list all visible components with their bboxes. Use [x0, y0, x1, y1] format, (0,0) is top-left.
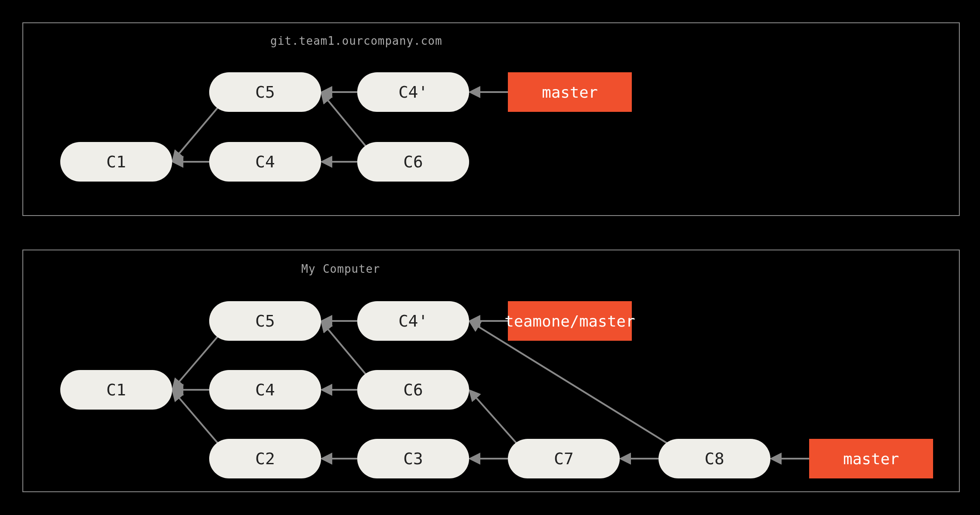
panel-title-remote: git.team1.ourcompany.com: [270, 34, 442, 47]
commit-c1: C1: [60, 142, 172, 182]
node-label: C4: [255, 380, 275, 399]
commit-c3: C3: [357, 439, 469, 478]
commit-c5: C5: [209, 301, 321, 341]
node-label: teamone/master: [504, 312, 635, 330]
branch-teamone_master: teamone/master: [508, 301, 632, 341]
node-label: C8: [705, 449, 724, 468]
commit-c6: C6: [357, 370, 469, 410]
node-label: C4': [399, 83, 428, 102]
branch-master: master: [508, 72, 632, 112]
node-label: C3: [403, 449, 423, 468]
commit-c8: C8: [658, 439, 770, 478]
node-label: C7: [554, 449, 574, 468]
commit-c4p: C4': [357, 301, 469, 341]
node-label: C2: [255, 449, 275, 468]
node-label: C1: [106, 380, 126, 399]
diagram-canvas: git.team1.ourcompany.com My Computer C1C…: [0, 0, 980, 515]
branch-master: master: [809, 439, 933, 478]
node-label: C4': [399, 311, 428, 330]
panel-remote: [22, 22, 960, 216]
node-label: C5: [255, 83, 275, 102]
commit-c2: C2: [209, 439, 321, 478]
node-label: C6: [403, 152, 423, 171]
node-label: C6: [403, 380, 423, 399]
commit-c6: C6: [357, 142, 469, 182]
commit-c1: C1: [60, 370, 172, 410]
commit-c4: C4: [209, 370, 321, 410]
commit-c4: C4: [209, 142, 321, 182]
node-label: C5: [255, 311, 275, 330]
node-label: master: [843, 450, 899, 468]
node-label: master: [542, 83, 598, 101]
commit-c7: C7: [508, 439, 620, 478]
node-label: C4: [255, 152, 275, 171]
panel-title-local: My Computer: [301, 262, 380, 275]
node-label: C1: [106, 152, 126, 171]
commit-c4p: C4': [357, 72, 469, 112]
commit-c5: C5: [209, 72, 321, 112]
